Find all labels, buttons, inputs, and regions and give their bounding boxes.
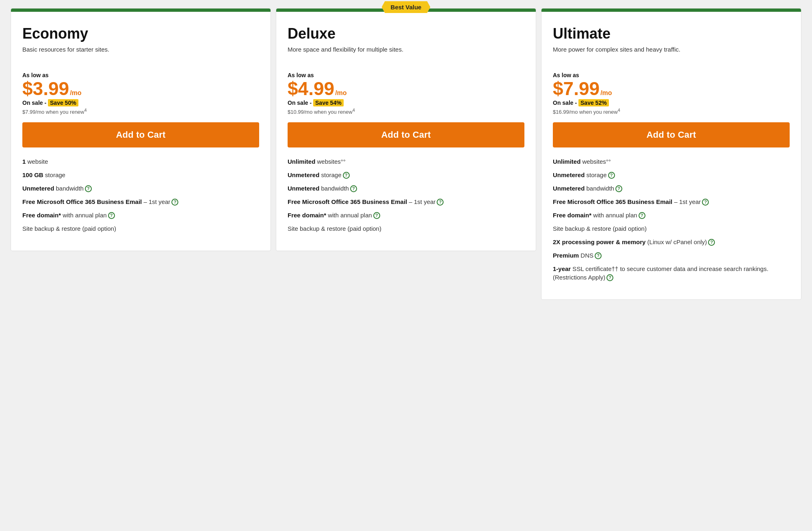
feature-bold: Free Microsoft Office 365 Business Email <box>553 198 672 205</box>
feature-item: Free Microsoft Office 365 Business Email… <box>288 197 524 206</box>
renew-price: $10.99/mo when you renew4 <box>288 108 524 115</box>
features-list-economy: 1 website100 GB storageUnmetered bandwid… <box>22 157 259 233</box>
help-icon[interactable]: ? <box>108 212 115 219</box>
add-to-cart-economy[interactable]: Add to Cart <box>22 122 259 147</box>
add-to-cart-deluxe[interactable]: Add to Cart <box>288 122 524 147</box>
help-icon[interactable]: ? <box>608 172 615 179</box>
feature-normal: Site backup & restore (paid option) <box>288 225 381 232</box>
feature-normal: (Linux w/ cPanel only) <box>645 238 707 245</box>
renew-price: $7.99/mo when you renew4 <box>22 108 259 115</box>
feature-bold: Unlimited <box>553 158 580 165</box>
feature-bold: Free Microsoft Office 365 Business Email <box>288 198 407 205</box>
help-icon[interactable]: ? <box>373 212 380 219</box>
feature-item: 1-year SSL certificate†† to secure custo… <box>553 264 790 282</box>
features-list-deluxe: Unlimited websites°°Unmetered storage?Un… <box>288 157 524 233</box>
help-icon[interactable]: ? <box>639 212 645 219</box>
plans-container: EconomyBasic resources for starter sites… <box>8 8 804 300</box>
on-sale-line: On sale - Save 52% <box>553 100 790 106</box>
feature-item: Free domain* with annual plan? <box>553 211 790 219</box>
as-low-as-label: As low as <box>288 72 524 78</box>
best-value-badge: Best Value <box>382 1 431 13</box>
feature-item: Unlimited websites°° <box>288 157 524 166</box>
help-icon[interactable]: ? <box>171 199 178 206</box>
feature-item: 100 GB storage <box>22 171 259 179</box>
price-line: $3.99/mo <box>22 79 259 98</box>
feature-normal: with annual plan <box>591 212 637 219</box>
feature-normal: websites°° <box>580 158 611 165</box>
as-low-as-label: As low as <box>553 72 790 78</box>
feature-normal: bandwidth <box>585 185 614 192</box>
feature-item: Unmetered storage? <box>288 171 524 179</box>
feature-normal: DNS <box>579 252 593 259</box>
as-low-as-label: As low as <box>22 72 259 78</box>
feature-bold: Free Microsoft Office 365 Business Email <box>22 198 142 205</box>
feature-normal: with annual plan <box>61 212 107 219</box>
add-to-cart-ultimate[interactable]: Add to Cart <box>553 122 790 147</box>
price-amount: $7.99 <box>553 79 600 98</box>
feature-item: 1 website <box>22 157 259 166</box>
feature-bold: Unmetered <box>288 185 319 192</box>
feature-bold: Unmetered <box>553 171 585 178</box>
help-icon[interactable]: ? <box>708 239 715 246</box>
feature-bold: 2X processing power & memory <box>553 238 645 245</box>
help-icon[interactable]: ? <box>702 199 709 206</box>
feature-bold: 100 GB <box>22 171 43 178</box>
feature-normal: website <box>26 158 48 165</box>
price-suffix: /mo <box>70 89 81 97</box>
feature-bold: Premium <box>553 252 579 259</box>
feature-bold: Unmetered <box>288 171 319 178</box>
feature-bold: Unmetered <box>553 185 585 192</box>
on-sale-line: On sale - Save 50% <box>22 100 259 106</box>
feature-normal: SSL certificate†† to secure customer dat… <box>553 265 769 281</box>
feature-item: 2X processing power & memory (Linux w/ c… <box>553 238 790 246</box>
feature-normal: Site backup & restore (paid option) <box>553 225 647 232</box>
feature-item: Free Microsoft Office 365 Business Email… <box>22 197 259 206</box>
plan-card-ultimate: UltimateMore power for complex sites and… <box>541 8 801 300</box>
feature-bold: Unlimited <box>288 158 315 165</box>
help-icon[interactable]: ? <box>343 172 350 179</box>
plan-desc-deluxe: More space and flexibility for multiple … <box>288 45 524 65</box>
feature-item: Site backup & restore (paid option) <box>288 224 524 233</box>
help-icon[interactable]: ? <box>350 185 357 192</box>
price-amount: $3.99 <box>22 79 69 98</box>
feature-item: Site backup & restore (paid option) <box>22 224 259 233</box>
save-badge: Save 50% <box>48 99 78 106</box>
price-line: $4.99/mo <box>288 79 524 98</box>
feature-normal: bandwidth <box>319 185 349 192</box>
feature-item: Free Microsoft Office 365 Business Email… <box>553 197 790 206</box>
help-icon[interactable]: ? <box>437 199 444 206</box>
plan-desc-economy: Basic resources for starter sites. <box>22 45 259 65</box>
feature-item: Free domain* with annual plan? <box>22 211 259 219</box>
feature-item: Unmetered bandwidth? <box>22 184 259 193</box>
feature-normal: Site backup & restore (paid option) <box>22 225 116 232</box>
feature-normal: with annual plan <box>326 212 372 219</box>
help-icon[interactable]: ? <box>606 274 613 281</box>
feature-normal: bandwidth <box>54 185 84 192</box>
features-list-ultimate: Unlimited websites°°Unmetered storage?Un… <box>553 157 790 282</box>
feature-bold: Free domain* <box>288 212 326 219</box>
price-suffix: /mo <box>600 89 612 97</box>
feature-item: Premium DNS? <box>553 251 790 260</box>
feature-bold: Free domain* <box>22 212 61 219</box>
feature-bold: Free domain* <box>553 212 591 219</box>
price-amount: $4.99 <box>288 79 334 98</box>
plan-title-deluxe: Deluxe <box>288 26 524 42</box>
on-sale-line: On sale - Save 54% <box>288 100 524 106</box>
help-icon[interactable]: ? <box>595 252 602 259</box>
feature-item: Unmetered storage? <box>553 171 790 179</box>
feature-item: Free domain* with annual plan? <box>288 211 524 219</box>
help-icon[interactable]: ? <box>85 185 92 192</box>
feature-normal: – 1st year <box>672 198 701 205</box>
feature-bold: 1-year <box>553 265 571 272</box>
plan-desc-ultimate: More power for complex sites and heavy t… <box>553 45 790 65</box>
plan-card-deluxe: Best ValueDeluxeMore space and flexibili… <box>276 8 536 251</box>
save-badge: Save 52% <box>578 99 609 106</box>
help-icon[interactable]: ? <box>615 185 622 192</box>
renew-price: $16.99/mo when you renew4 <box>553 108 790 115</box>
price-suffix: /mo <box>335 89 346 97</box>
feature-item: Unmetered bandwidth? <box>553 184 790 193</box>
feature-item: Unlimited websites°° <box>553 157 790 166</box>
feature-normal: storage <box>585 171 606 178</box>
feature-normal: – 1st year <box>407 198 435 205</box>
feature-normal: storage <box>43 171 65 178</box>
